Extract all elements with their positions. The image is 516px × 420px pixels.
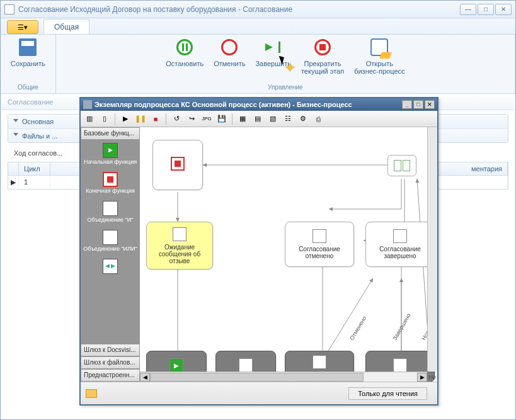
start-node-icon: ▶ [169, 358, 183, 372]
ribbon-body: Сохранить Общие Остановить Отменить [1, 35, 515, 94]
tb-grid3-button[interactable]: ▧ [267, 113, 279, 125]
palette-item-end[interactable]: Конечная функция [81, 169, 140, 198]
palette-item-and[interactable]: & Объединение "И" [81, 198, 140, 227]
end-node-icon [171, 157, 185, 171]
canvas[interactable]: Ожидание сообщения об отзыве Согласовани… [140, 127, 437, 382]
gateway-left-icon [394, 160, 401, 171]
palette-items: ▶ Начальная функция Конечная функция & О… [81, 140, 140, 344]
chevron-down-icon [13, 133, 18, 139]
ribbon-group-common-label: Общие [18, 84, 38, 91]
inner-statusbar: Только для чтения [81, 382, 437, 404]
palette-item-parallel[interactable]: ◀▶ [81, 256, 140, 278]
node-done-label: Согласование завершено [369, 246, 432, 259]
tb-print-button[interactable]: ⎙ [312, 113, 324, 125]
grid-header-cycle[interactable]: Цикл [19, 162, 50, 175]
ribbon-tabstrip: ☰▾ Общая [1, 18, 515, 35]
node-approve-done[interactable]: Согласование завершено [365, 222, 435, 267]
document-icon [4, 4, 14, 14]
tb-grid1-button[interactable]: ▦ [236, 113, 249, 125]
palette-item-or[interactable]: OR Объединение "ИЛИ" [81, 227, 140, 256]
scroll-left-button[interactable]: ◀ [140, 373, 150, 382]
node-gateway[interactable] [387, 155, 416, 176]
finish-icon [265, 42, 282, 53]
edge-label-cancelled: Отменено [348, 315, 367, 341]
palette-header-file[interactable]: Шлюз к файлов... [81, 356, 140, 369]
tb-new-button[interactable]: ▥ [83, 113, 96, 125]
scroll-track[interactable] [150, 373, 417, 382]
outer-titlebar[interactable]: Согласование Исходящий Договор на постав… [1, 1, 515, 18]
save-label: Сохранить [11, 60, 45, 67]
ribbon-group-common: Сохранить Общие [1, 35, 56, 93]
ribbon-tab-general[interactable]: Общая [43, 19, 89, 34]
stop-stage-label2: текущий этап [301, 67, 344, 75]
pause-icon [176, 39, 193, 55]
inner-titlebar[interactable]: Экземпляр подпроцесса КС Основной процес… [81, 98, 437, 111]
outer-maximize-button[interactable]: □ [478, 4, 494, 15]
stop-stage-button[interactable]: Прекратить текущий этап [296, 37, 349, 75]
node-cancelled-label: Согласование отменено [288, 246, 351, 259]
scroll-right-button[interactable]: ▶ [417, 373, 427, 382]
tb-save2-button[interactable]: 💾 [215, 113, 228, 125]
outer-title: Согласование Исходящий Договор на постав… [18, 5, 292, 14]
tb-open-button[interactable]: ▯ [98, 113, 111, 125]
status-readonly: Только для чтения [348, 387, 427, 400]
tb-step-button[interactable]: ↪ [185, 113, 198, 125]
pause-label: Остановить [166, 60, 204, 67]
tb-refresh-button[interactable]: ↺ [170, 113, 183, 125]
and-join-icon: & [103, 201, 118, 216]
cancel-button[interactable]: Отменить [209, 37, 250, 75]
fx-node-icon: fx [239, 358, 253, 372]
split-node-icon: ◀▶ [393, 358, 407, 372]
palette-or-label: Объединение "ИЛИ" [83, 246, 137, 253]
process-icon [83, 100, 92, 109]
palette-end-label: Конечная функция [86, 188, 135, 195]
tb-play-button[interactable]: ▶ [119, 113, 132, 125]
node-wait-recall[interactable]: Ожидание сообщения об отзыве [146, 222, 213, 270]
inner-close-button[interactable]: ✕ [425, 100, 435, 109]
ribbon: ☰▾ Общая Сохранить Общие Остановить [1, 18, 515, 94]
tb-pause-button[interactable]: ❚❚ [134, 113, 147, 125]
tb-vars-button[interactable]: ⚙ [297, 113, 309, 125]
node-approve-cancelled[interactable]: Согласование отменено [285, 222, 354, 267]
tb-export-jpg-button[interactable]: JPG [200, 113, 213, 125]
quick-access-toolbar[interactable]: ☰▾ [7, 20, 38, 34]
node-end[interactable] [152, 140, 203, 190]
inner-toolbar: ▥ ▯ ▶ ❚❚ ■ ↺ ↪ JPG 💾 ▦ ▤ ▧ ☷ ⚙ ⎙ [81, 111, 437, 127]
folder-icon[interactable] [86, 389, 97, 398]
grid-header-selector[interactable] [8, 162, 19, 175]
save-button[interactable]: Сохранить [6, 37, 50, 67]
tb-stop-button[interactable]: ■ [149, 113, 162, 125]
open-bp-label2: бизнес-процесс [354, 67, 404, 75]
outer-minimize-button[interactable]: — [460, 4, 476, 15]
pause-button[interactable]: Остановить [161, 37, 209, 75]
document-node-icon [312, 355, 326, 369]
palette-header-preset[interactable]: Преднастроенн... [81, 369, 140, 382]
tb-grid2-button[interactable]: ▤ [251, 113, 264, 125]
ribbon-group-manage-label: Управление [268, 84, 303, 91]
outer-close-button[interactable]: ✕ [495, 4, 512, 15]
palette-item-start[interactable]: ▶ Начальная функция [81, 140, 140, 169]
accordion-files-label: Файлы и ... [22, 132, 57, 140]
finish-button[interactable]: Завершить [250, 37, 295, 75]
inner-maximize-button[interactable]: □ [413, 100, 423, 109]
inner-minimize-button[interactable]: _ [402, 100, 412, 109]
open-bp-button[interactable]: Открыть бизнес-процесс [349, 37, 410, 75]
cancel-icon [221, 39, 238, 55]
palette-header-docsvision[interactable]: Шлюз к Docsvisi... [81, 344, 140, 356]
stop-stage-icon [314, 39, 331, 55]
gateway-right-icon [403, 160, 410, 171]
scroll-thumb[interactable] [150, 373, 364, 382]
stop-stage-label1: Прекратить [304, 60, 341, 67]
save-icon [19, 38, 37, 56]
canvas-wrap[interactable]: Ожидание сообщения об отзыве Согласовани… [140, 127, 437, 382]
vertical-scrollbar[interactable] [427, 127, 437, 372]
horizontal-scrollbar[interactable]: ◀ ▶ [140, 372, 427, 382]
parallel-icon: ◀▶ [103, 259, 118, 274]
open-bp-icon [370, 38, 388, 56]
end-function-icon [103, 172, 118, 187]
tb-props-button[interactable]: ☷ [282, 113, 294, 125]
accordion-main-label: Основная [22, 118, 54, 125]
inner-window[interactable]: Экземпляр подпроцесса КС Основной процес… [79, 97, 439, 406]
cell-cycle: 1 [19, 176, 50, 189]
palette-header-basic[interactable]: Базовые функц... [81, 127, 140, 140]
